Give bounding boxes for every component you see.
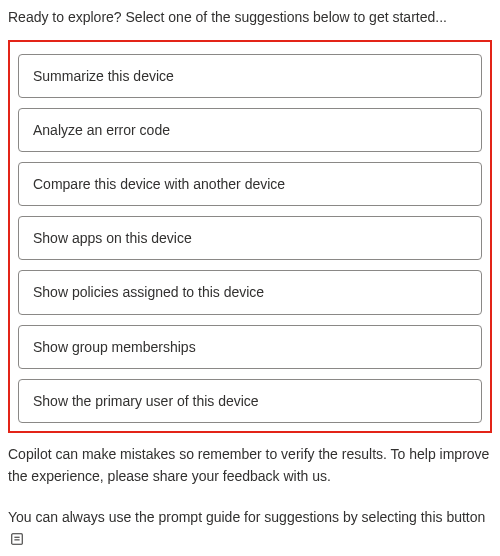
disclaimer-text: Copilot can make mistakes so remember to… (8, 443, 492, 488)
prompt-guide-hint-text: You can always use the prompt guide for … (8, 509, 485, 525)
svg-rect-0 (12, 534, 23, 545)
suggestion-show-primary-user[interactable]: Show the primary user of this device (18, 379, 482, 423)
prompt-guide-hint: You can always use the prompt guide for … (8, 506, 492, 551)
suggestion-summarize-device[interactable]: Summarize this device (18, 54, 482, 98)
suggestion-show-policies[interactable]: Show policies assigned to this device (18, 270, 482, 314)
suggestion-show-group-memberships[interactable]: Show group memberships (18, 325, 482, 369)
intro-text: Ready to explore? Select one of the sugg… (8, 8, 492, 28)
prompt-guide-icon (10, 532, 24, 546)
suggestion-show-apps[interactable]: Show apps on this device (18, 216, 482, 260)
suggestion-compare-device[interactable]: Compare this device with another device (18, 162, 482, 206)
suggestion-analyze-error-code[interactable]: Analyze an error code (18, 108, 482, 152)
suggestions-list-highlight: Summarize this device Analyze an error c… (8, 40, 492, 433)
